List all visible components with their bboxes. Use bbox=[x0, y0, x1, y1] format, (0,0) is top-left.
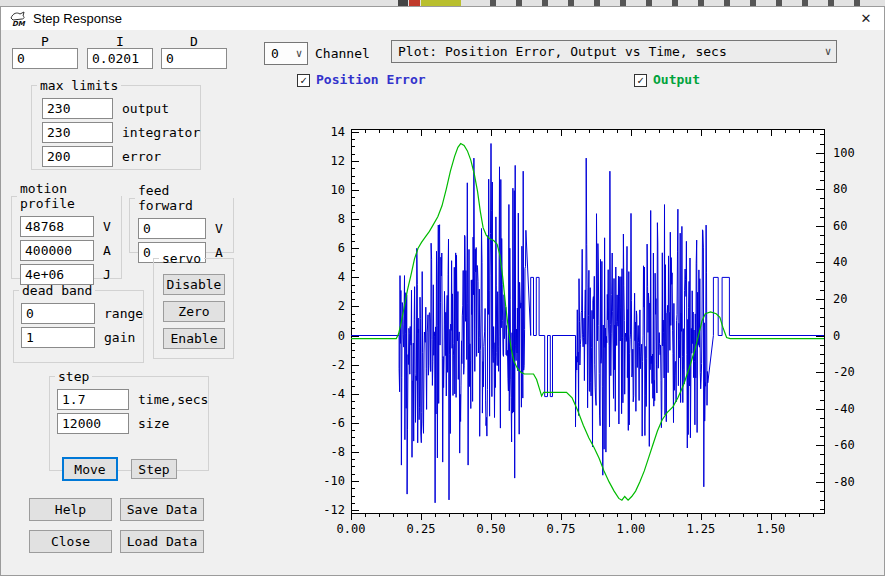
help-button[interactable]: Help bbox=[29, 498, 112, 521]
svg-text:14: 14 bbox=[331, 125, 345, 139]
svg-text:40: 40 bbox=[833, 255, 847, 269]
feed-forward-group: feed forward V A bbox=[129, 183, 234, 253]
save-data-button[interactable]: Save Data bbox=[120, 498, 204, 521]
max-limits-title: max limits bbox=[37, 78, 121, 93]
d-label: D bbox=[161, 34, 227, 49]
jerk-label: J bbox=[103, 267, 111, 282]
channel-label: Channel bbox=[315, 46, 370, 61]
close-button[interactable]: Close bbox=[29, 530, 112, 553]
dead-band-title: dead band bbox=[19, 283, 95, 298]
max-integrator-label: integrator bbox=[122, 125, 200, 140]
dead-band-range-input[interactable] bbox=[21, 303, 95, 324]
load-data-button[interactable]: Load Data bbox=[120, 530, 204, 553]
servo-disable-button[interactable]: Disable bbox=[163, 274, 225, 295]
svg-text:6: 6 bbox=[338, 241, 345, 255]
servo-group: servo Disable Zero Enable bbox=[153, 251, 234, 359]
svg-text:1.00: 1.00 bbox=[616, 522, 645, 536]
svg-text:0: 0 bbox=[338, 329, 345, 343]
velocity-label: V bbox=[103, 219, 111, 234]
feed-forward-title: feed forward bbox=[135, 183, 233, 213]
svg-text:-12: -12 bbox=[323, 503, 345, 517]
d-input[interactable] bbox=[161, 48, 227, 69]
svg-text:12: 12 bbox=[331, 154, 345, 168]
svg-text:-10: -10 bbox=[323, 474, 345, 488]
svg-text:0.00: 0.00 bbox=[337, 522, 366, 536]
svg-text:1.50: 1.50 bbox=[756, 522, 785, 536]
svg-text:-4: -4 bbox=[331, 387, 345, 401]
plot-select-value: Plot: Position Error, Output vs Time, se… bbox=[392, 44, 820, 59]
max-output-input[interactable] bbox=[42, 98, 113, 119]
dead-band-gain-input[interactable] bbox=[21, 327, 95, 348]
svg-text:0.75: 0.75 bbox=[546, 522, 575, 536]
window-title: Step Response bbox=[33, 11, 122, 26]
screen: DM Step Response ✕ P I D 0 ∨ Channel Plo… bbox=[0, 0, 885, 576]
chart-svg: 0.000.250.500.751.001.251.5014121086420-… bbox=[301, 113, 876, 573]
servo-title: servo bbox=[159, 251, 204, 266]
dm-logo-icon: DM bbox=[9, 10, 27, 27]
svg-text:-80: -80 bbox=[833, 475, 855, 489]
jerk-input[interactable] bbox=[20, 264, 94, 285]
svg-text:80: 80 bbox=[833, 182, 847, 196]
output-label: Output bbox=[653, 72, 700, 87]
svg-text:0.50: 0.50 bbox=[476, 522, 505, 536]
max-limits-group: max limits output integrator error bbox=[31, 78, 201, 170]
svg-text:-60: -60 bbox=[833, 438, 855, 452]
p-label: P bbox=[12, 34, 78, 49]
position-error-label: Position Error bbox=[316, 72, 426, 87]
svg-text:20: 20 bbox=[833, 292, 847, 306]
chevron-down-icon: ∨ bbox=[291, 47, 307, 60]
ff-velocity-input[interactable] bbox=[138, 218, 206, 239]
svg-text:100: 100 bbox=[833, 146, 855, 160]
svg-text:-40: -40 bbox=[833, 402, 855, 416]
i-input[interactable] bbox=[87, 48, 153, 69]
chevron-down-icon: ∨ bbox=[820, 45, 836, 58]
step-group: step time,secs size Move Step bbox=[49, 369, 209, 471]
servo-enable-button[interactable]: Enable bbox=[163, 328, 225, 349]
velocity-input[interactable] bbox=[20, 216, 94, 237]
i-label: I bbox=[87, 34, 153, 49]
close-icon[interactable]: ✕ bbox=[848, 7, 884, 30]
step-time-input[interactable] bbox=[57, 389, 129, 410]
max-error-label: error bbox=[122, 149, 161, 164]
step-response-chart: 0.000.250.500.751.001.251.5014121086420-… bbox=[301, 113, 876, 573]
acceleration-input[interactable] bbox=[20, 240, 94, 261]
channel-select[interactable]: 0 ∨ bbox=[264, 42, 308, 65]
step-button[interactable]: Step bbox=[131, 459, 177, 479]
dead-band-gain-label: gain bbox=[104, 330, 135, 345]
servo-zero-button[interactable]: Zero bbox=[163, 301, 225, 322]
svg-text:-20: -20 bbox=[833, 365, 855, 379]
plot-select[interactable]: Plot: Position Error, Output vs Time, se… bbox=[391, 40, 837, 63]
ff-velocity-label: V bbox=[215, 221, 223, 236]
svg-text:1.25: 1.25 bbox=[686, 522, 715, 536]
svg-text:2: 2 bbox=[338, 299, 345, 313]
acceleration-label: A bbox=[103, 243, 111, 258]
max-error-input[interactable] bbox=[42, 146, 113, 167]
move-button[interactable]: Move bbox=[62, 457, 118, 481]
channel-value: 0 bbox=[265, 46, 291, 61]
step-title: step bbox=[55, 369, 92, 384]
step-size-label: size bbox=[138, 416, 169, 431]
svg-text:0.25: 0.25 bbox=[407, 522, 436, 536]
svg-text:DM: DM bbox=[12, 20, 26, 27]
svg-text:4: 4 bbox=[338, 270, 345, 284]
svg-text:60: 60 bbox=[833, 219, 847, 233]
step-response-dialog: DM Step Response ✕ P I D 0 ∨ Channel Plo… bbox=[0, 6, 885, 576]
dead-band-range-label: range bbox=[104, 306, 143, 321]
svg-text:-6: -6 bbox=[331, 416, 345, 430]
p-input[interactable] bbox=[12, 48, 78, 69]
output-checkbox[interactable]: ✓ bbox=[634, 74, 647, 87]
title-bar: DM Step Response ✕ bbox=[1, 7, 884, 30]
svg-text:10: 10 bbox=[331, 183, 345, 197]
motion-profile-title: motion profile bbox=[17, 181, 121, 211]
max-output-label: output bbox=[122, 101, 169, 116]
position-error-checkbox[interactable]: ✓ bbox=[297, 74, 310, 87]
motion-profile-group: motion profile V A J bbox=[11, 181, 122, 279]
svg-text:0: 0 bbox=[833, 329, 840, 343]
svg-text:8: 8 bbox=[338, 212, 345, 226]
svg-text:-8: -8 bbox=[331, 445, 345, 459]
step-time-label: time,secs bbox=[138, 392, 208, 407]
step-size-input[interactable] bbox=[57, 413, 129, 434]
dead-band-group: dead band range gain bbox=[13, 283, 144, 363]
max-integrator-input[interactable] bbox=[42, 122, 113, 143]
svg-text:-2: -2 bbox=[331, 358, 345, 372]
